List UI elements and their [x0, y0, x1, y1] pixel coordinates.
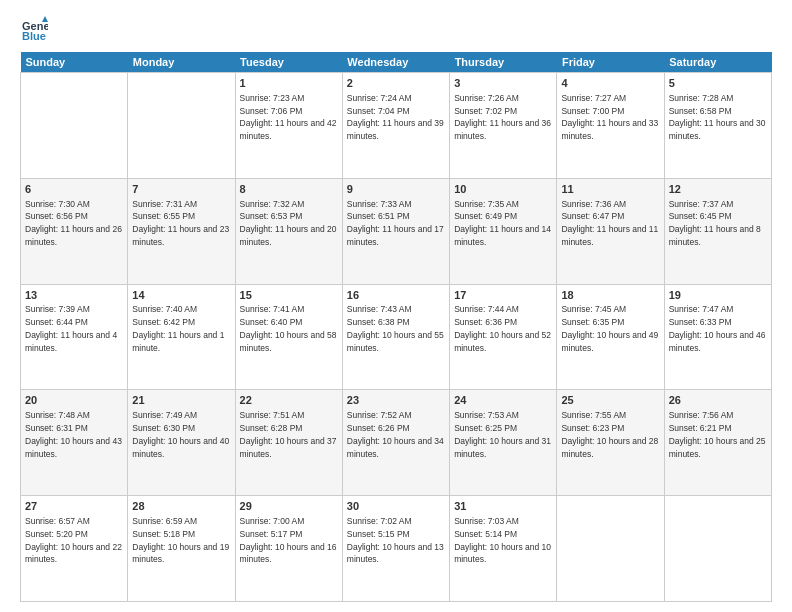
day-number: 6	[25, 182, 123, 197]
cell-details: Sunrise: 7:53 AMSunset: 6:25 PMDaylight:…	[454, 410, 551, 458]
cell-details: Sunrise: 7:47 AMSunset: 6:33 PMDaylight:…	[669, 304, 766, 352]
weekday-tuesday: Tuesday	[235, 52, 342, 73]
day-number: 4	[561, 76, 659, 91]
calendar-cell: 23Sunrise: 7:52 AMSunset: 6:26 PMDayligh…	[342, 390, 449, 496]
calendar-cell: 11Sunrise: 7:36 AMSunset: 6:47 PMDayligh…	[557, 178, 664, 284]
weekday-sunday: Sunday	[21, 52, 128, 73]
calendar-cell	[557, 496, 664, 602]
cell-details: Sunrise: 7:32 AMSunset: 6:53 PMDaylight:…	[240, 199, 337, 247]
day-number: 27	[25, 499, 123, 514]
svg-marker-2	[42, 16, 48, 22]
cell-details: Sunrise: 7:02 AMSunset: 5:15 PMDaylight:…	[347, 516, 444, 564]
week-row-3: 13Sunrise: 7:39 AMSunset: 6:44 PMDayligh…	[21, 284, 772, 390]
calendar-cell: 19Sunrise: 7:47 AMSunset: 6:33 PMDayligh…	[664, 284, 771, 390]
day-number: 7	[132, 182, 230, 197]
cell-details: Sunrise: 7:28 AMSunset: 6:58 PMDaylight:…	[669, 93, 766, 141]
calendar-cell: 1Sunrise: 7:23 AMSunset: 7:06 PMDaylight…	[235, 73, 342, 179]
calendar-cell: 3Sunrise: 7:26 AMSunset: 7:02 PMDaylight…	[450, 73, 557, 179]
calendar-cell: 24Sunrise: 7:53 AMSunset: 6:25 PMDayligh…	[450, 390, 557, 496]
cell-details: Sunrise: 7:03 AMSunset: 5:14 PMDaylight:…	[454, 516, 551, 564]
weekday-monday: Monday	[128, 52, 235, 73]
cell-details: Sunrise: 7:30 AMSunset: 6:56 PMDaylight:…	[25, 199, 122, 247]
cell-details: Sunrise: 7:33 AMSunset: 6:51 PMDaylight:…	[347, 199, 444, 247]
cell-details: Sunrise: 7:31 AMSunset: 6:55 PMDaylight:…	[132, 199, 229, 247]
week-row-4: 20Sunrise: 7:48 AMSunset: 6:31 PMDayligh…	[21, 390, 772, 496]
day-number: 17	[454, 288, 552, 303]
cell-details: Sunrise: 7:40 AMSunset: 6:42 PMDaylight:…	[132, 304, 224, 352]
day-number: 15	[240, 288, 338, 303]
weekday-friday: Friday	[557, 52, 664, 73]
cell-details: Sunrise: 7:37 AMSunset: 6:45 PMDaylight:…	[669, 199, 761, 247]
weekday-saturday: Saturday	[664, 52, 771, 73]
day-number: 8	[240, 182, 338, 197]
day-number: 16	[347, 288, 445, 303]
calendar-cell: 30Sunrise: 7:02 AMSunset: 5:15 PMDayligh…	[342, 496, 449, 602]
calendar-cell: 15Sunrise: 7:41 AMSunset: 6:40 PMDayligh…	[235, 284, 342, 390]
calendar-cell: 18Sunrise: 7:45 AMSunset: 6:35 PMDayligh…	[557, 284, 664, 390]
calendar-cell	[128, 73, 235, 179]
calendar-cell: 31Sunrise: 7:03 AMSunset: 5:14 PMDayligh…	[450, 496, 557, 602]
calendar-cell: 4Sunrise: 7:27 AMSunset: 7:00 PMDaylight…	[557, 73, 664, 179]
day-number: 19	[669, 288, 767, 303]
calendar-cell: 26Sunrise: 7:56 AMSunset: 6:21 PMDayligh…	[664, 390, 771, 496]
calendar-cell: 20Sunrise: 7:48 AMSunset: 6:31 PMDayligh…	[21, 390, 128, 496]
calendar-table: SundayMondayTuesdayWednesdayThursdayFrid…	[20, 52, 772, 602]
day-number: 26	[669, 393, 767, 408]
day-number: 9	[347, 182, 445, 197]
cell-details: Sunrise: 7:56 AMSunset: 6:21 PMDaylight:…	[669, 410, 766, 458]
cell-details: Sunrise: 7:51 AMSunset: 6:28 PMDaylight:…	[240, 410, 337, 458]
calendar-page: General Blue SundayMondayTuesdayWednesda…	[0, 0, 792, 612]
day-number: 22	[240, 393, 338, 408]
day-number: 29	[240, 499, 338, 514]
weekday-wednesday: Wednesday	[342, 52, 449, 73]
calendar-cell: 16Sunrise: 7:43 AMSunset: 6:38 PMDayligh…	[342, 284, 449, 390]
calendar-cell: 28Sunrise: 6:59 AMSunset: 5:18 PMDayligh…	[128, 496, 235, 602]
cell-details: Sunrise: 7:49 AMSunset: 6:30 PMDaylight:…	[132, 410, 229, 458]
week-row-5: 27Sunrise: 6:57 AMSunset: 5:20 PMDayligh…	[21, 496, 772, 602]
cell-details: Sunrise: 7:35 AMSunset: 6:49 PMDaylight:…	[454, 199, 551, 247]
calendar-cell	[664, 496, 771, 602]
day-number: 30	[347, 499, 445, 514]
weekday-thursday: Thursday	[450, 52, 557, 73]
day-number: 14	[132, 288, 230, 303]
calendar-cell: 22Sunrise: 7:51 AMSunset: 6:28 PMDayligh…	[235, 390, 342, 496]
cell-details: Sunrise: 7:24 AMSunset: 7:04 PMDaylight:…	[347, 93, 444, 141]
cell-details: Sunrise: 7:23 AMSunset: 7:06 PMDaylight:…	[240, 93, 337, 141]
cell-details: Sunrise: 7:48 AMSunset: 6:31 PMDaylight:…	[25, 410, 122, 458]
day-number: 1	[240, 76, 338, 91]
cell-details: Sunrise: 7:44 AMSunset: 6:36 PMDaylight:…	[454, 304, 551, 352]
day-number: 3	[454, 76, 552, 91]
calendar-cell: 29Sunrise: 7:00 AMSunset: 5:17 PMDayligh…	[235, 496, 342, 602]
cell-details: Sunrise: 7:41 AMSunset: 6:40 PMDaylight:…	[240, 304, 337, 352]
cell-details: Sunrise: 6:57 AMSunset: 5:20 PMDaylight:…	[25, 516, 122, 564]
day-number: 23	[347, 393, 445, 408]
day-number: 18	[561, 288, 659, 303]
calendar-cell: 14Sunrise: 7:40 AMSunset: 6:42 PMDayligh…	[128, 284, 235, 390]
week-row-2: 6Sunrise: 7:30 AMSunset: 6:56 PMDaylight…	[21, 178, 772, 284]
calendar-cell: 7Sunrise: 7:31 AMSunset: 6:55 PMDaylight…	[128, 178, 235, 284]
calendar-cell: 10Sunrise: 7:35 AMSunset: 6:49 PMDayligh…	[450, 178, 557, 284]
day-number: 11	[561, 182, 659, 197]
day-number: 20	[25, 393, 123, 408]
calendar-cell: 25Sunrise: 7:55 AMSunset: 6:23 PMDayligh…	[557, 390, 664, 496]
day-number: 12	[669, 182, 767, 197]
calendar-cell: 13Sunrise: 7:39 AMSunset: 6:44 PMDayligh…	[21, 284, 128, 390]
cell-details: Sunrise: 7:39 AMSunset: 6:44 PMDaylight:…	[25, 304, 117, 352]
day-number: 21	[132, 393, 230, 408]
week-row-1: 1Sunrise: 7:23 AMSunset: 7:06 PMDaylight…	[21, 73, 772, 179]
cell-details: Sunrise: 7:36 AMSunset: 6:47 PMDaylight:…	[561, 199, 658, 247]
calendar-cell: 27Sunrise: 6:57 AMSunset: 5:20 PMDayligh…	[21, 496, 128, 602]
cell-details: Sunrise: 7:45 AMSunset: 6:35 PMDaylight:…	[561, 304, 658, 352]
calendar-cell: 6Sunrise: 7:30 AMSunset: 6:56 PMDaylight…	[21, 178, 128, 284]
cell-details: Sunrise: 7:55 AMSunset: 6:23 PMDaylight:…	[561, 410, 658, 458]
day-number: 5	[669, 76, 767, 91]
day-number: 13	[25, 288, 123, 303]
calendar-cell: 5Sunrise: 7:28 AMSunset: 6:58 PMDaylight…	[664, 73, 771, 179]
svg-text:Blue: Blue	[22, 30, 46, 42]
day-number: 31	[454, 499, 552, 514]
cell-details: Sunrise: 7:52 AMSunset: 6:26 PMDaylight:…	[347, 410, 444, 458]
cell-details: Sunrise: 6:59 AMSunset: 5:18 PMDaylight:…	[132, 516, 229, 564]
calendar-cell: 12Sunrise: 7:37 AMSunset: 6:45 PMDayligh…	[664, 178, 771, 284]
cell-details: Sunrise: 7:00 AMSunset: 5:17 PMDaylight:…	[240, 516, 337, 564]
logo-icon: General Blue	[20, 16, 48, 44]
